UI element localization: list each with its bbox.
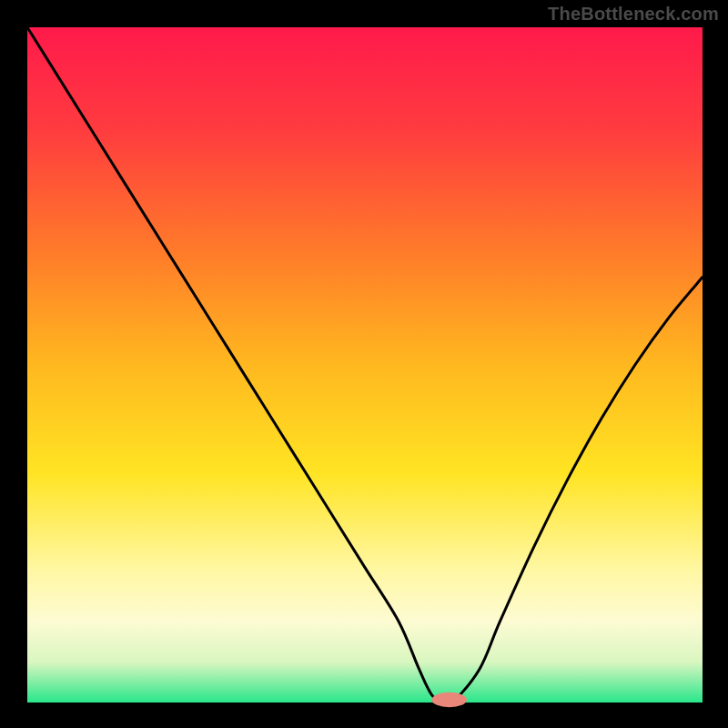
plot-background: [27, 27, 703, 703]
bottleneck-chart: TheBottleneck.com: [0, 0, 728, 728]
minimum-marker: [431, 693, 467, 707]
watermark-text: TheBottleneck.com: [548, 4, 719, 25]
chart-svg: [0, 0, 728, 728]
